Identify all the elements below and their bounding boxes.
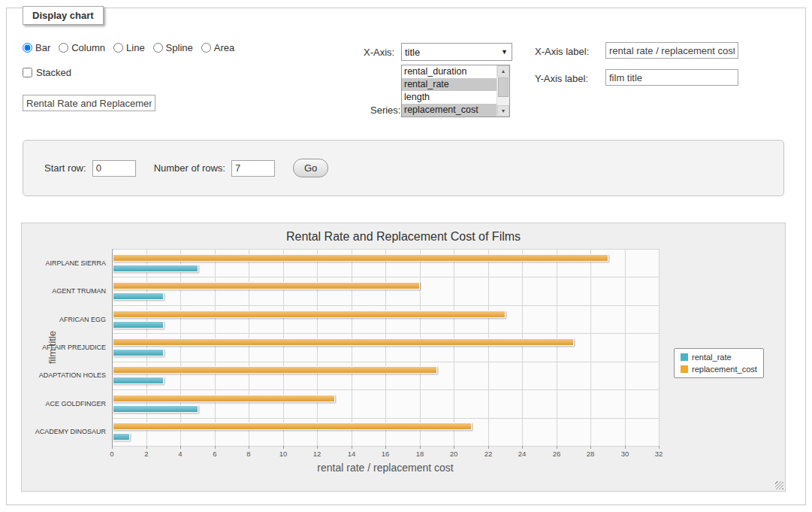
bar-replacement_cost[interactable]: [113, 423, 472, 430]
chart-type-label: Spline: [166, 42, 193, 53]
x-tick-label: 8: [246, 450, 250, 458]
x-tick-mark: [283, 446, 284, 449]
x-tick-label: 24: [518, 450, 527, 458]
legend-item-replacement_cost[interactable]: replacement_cost: [681, 365, 757, 374]
chart-x-axis-title: rental rate / replacement cost: [112, 462, 659, 474]
scrollbar-track[interactable]: [497, 98, 509, 105]
chart-type-spline[interactable]: Spline: [153, 42, 193, 53]
chart-type-radio-line[interactable]: [113, 43, 123, 53]
x-tick-label: 12: [313, 450, 321, 458]
bar-rental_rate[interactable]: [113, 292, 164, 300]
x-tick-mark: [180, 446, 181, 449]
chart-type-column[interactable]: Column: [59, 42, 105, 53]
scroll-down-icon[interactable]: ▼: [497, 105, 509, 117]
legend-swatch: [681, 353, 688, 361]
category-label: AFFAIR PREJUDICE: [22, 344, 106, 351]
chart-type-area[interactable]: Area: [201, 42, 234, 53]
bar-rental_rate[interactable]: [113, 377, 164, 384]
num-rows-label: Number of rows:: [154, 162, 225, 174]
bar-replacement_cost[interactable]: [113, 282, 420, 289]
x-axis-label-label: X-Axis label:: [535, 46, 589, 57]
x-tick-mark: [385, 446, 386, 449]
x-tick-mark: [317, 446, 318, 449]
x-tick-mark: [352, 446, 352, 449]
bar-rental_rate[interactable]: [113, 405, 198, 413]
x-tick-label: 14: [348, 450, 356, 458]
bar-rental_rate[interactable]: [113, 265, 198, 272]
legend-swatch: [681, 365, 688, 373]
series-option-length[interactable]: length: [402, 91, 497, 104]
bar-rental_rate[interactable]: [113, 433, 130, 441]
x-axis-label-input[interactable]: [605, 42, 738, 59]
gridline: [215, 249, 216, 446]
x-axis-select[interactable]: title: [401, 43, 512, 61]
gridline: [113, 305, 659, 306]
chart-type-line[interactable]: Line: [113, 42, 145, 53]
gridline: [590, 249, 591, 446]
x-tick-mark: [215, 446, 216, 449]
gridline: [522, 249, 523, 446]
x-tick-mark: [454, 446, 454, 449]
chart-type-radio-column[interactable]: [59, 43, 68, 53]
x-tick-mark: [557, 446, 557, 449]
gridline: [283, 249, 284, 446]
x-axis-select-wrap: title ▼: [401, 43, 512, 61]
series-option-replacement_cost[interactable]: replacement_cost: [402, 104, 497, 117]
gridline: [352, 249, 352, 446]
chart-type-radio-spline[interactable]: [153, 43, 163, 53]
category-label: ACADEMY DINOSAUR: [22, 428, 106, 435]
bar-rental_rate[interactable]: [113, 321, 164, 329]
series-scrollbar: ▲ ▼: [497, 65, 509, 117]
x-tick-mark: [112, 446, 113, 449]
gridline: [113, 418, 659, 419]
x-tick-label: 2: [144, 450, 148, 458]
gridline: [625, 249, 626, 446]
resize-handle-icon[interactable]: [775, 481, 783, 489]
category-label: AIRPLANE SIERRA: [22, 259, 106, 267]
gridline: [317, 249, 318, 446]
x-tick-label: 26: [553, 450, 561, 458]
go-button[interactable]: Go: [293, 159, 328, 177]
legend-item-rental_rate[interactable]: rental_rate: [681, 353, 757, 362]
chart-type-radio-area[interactable]: [201, 43, 211, 53]
y-axis-label-input[interactable]: [605, 69, 738, 86]
bar-replacement_cost[interactable]: [113, 254, 608, 262]
stacked-checkbox[interactable]: [23, 68, 32, 77]
series-option-rental_duration[interactable]: rental_duration: [402, 65, 497, 78]
x-tick-mark: [625, 446, 626, 449]
x-tick-label: 28: [587, 450, 595, 458]
scroll-up-icon[interactable]: ▲: [497, 65, 509, 77]
num-rows-input[interactable]: [231, 160, 275, 177]
series-options: rental_durationrental_ratelengthreplacem…: [402, 65, 497, 117]
scrollbar-thumb[interactable]: [498, 77, 509, 97]
stacked-option[interactable]: Stacked: [23, 67, 71, 78]
plot-area: [112, 249, 659, 446]
x-tick-mark: [522, 446, 523, 449]
x-tick-label: 22: [484, 450, 493, 458]
stacked-label: Stacked: [36, 67, 71, 78]
row-controls-panel: Start row: Number of rows: Go: [23, 140, 784, 196]
gridline: [385, 249, 386, 446]
gridline: [420, 249, 421, 446]
bar-replacement_cost[interactable]: [113, 338, 574, 346]
panel-legend: Display chart: [23, 6, 104, 25]
bar-rental_rate[interactable]: [113, 349, 164, 356]
chart-title-input[interactable]: [23, 95, 155, 111]
chart-type-radio-bar[interactable]: [23, 43, 32, 53]
series-multiselect[interactable]: rental_durationrental_ratelengthreplacem…: [401, 65, 510, 117]
bar-replacement_cost[interactable]: [113, 395, 335, 402]
bar-replacement_cost[interactable]: [113, 366, 437, 374]
bar-replacement_cost[interactable]: [113, 311, 506, 318]
x-tick-label: 0: [110, 450, 113, 458]
gridline: [113, 362, 659, 362]
x-tick-label: 16: [382, 450, 390, 458]
x-tick-mark: [420, 446, 421, 449]
row-controls: Start row: Number of rows: Go: [44, 141, 328, 195]
series-select-label: Series:: [370, 105, 400, 116]
chart-title: Rental Rate and Replacement Cost of Film…: [22, 230, 785, 244]
chart-type-bar[interactable]: Bar: [23, 42, 50, 53]
legend-label: rental_rate: [692, 353, 732, 362]
start-row-input[interactable]: [92, 160, 136, 177]
series-option-rental_rate[interactable]: rental_rate: [402, 78, 497, 91]
category-label: ADAPTATION HOLES: [22, 371, 106, 379]
